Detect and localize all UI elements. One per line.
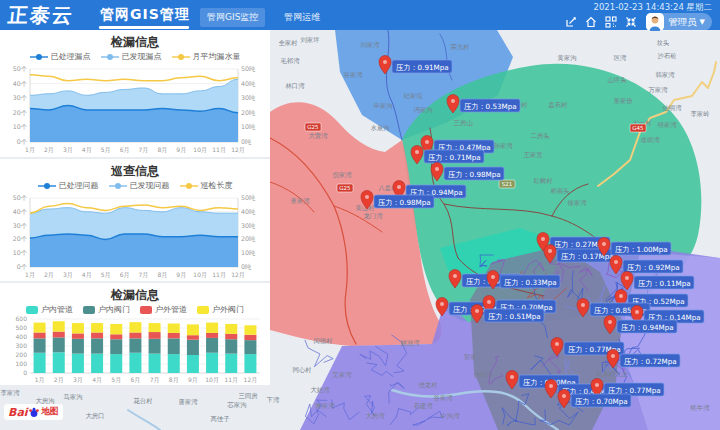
pressure-label: 压力：0.71Mpa [428,153,481,162]
legend-item[interactable]: 巡检长度 [180,180,233,191]
pressure-label: 压力：0.92Mpa [627,263,680,272]
leak-info-card: 检漏信息 已处理漏点已发现漏点月平均漏水量 0个0吨10个10吨20个20吨30… [0,30,270,157]
svg-text:9月: 9月 [188,376,198,384]
svg-text:3月: 3月 [63,271,73,279]
map-place-label: 隆家湾 [316,402,336,410]
map-place-label: 石建湾 [414,402,434,410]
legend-marker [30,53,48,61]
edit-icon[interactable] [564,16,577,29]
pressure-label: 压力：0.94Mpa [621,323,674,332]
legend-item[interactable]: 户内管道 [26,304,73,315]
leak-info-chart: 0个0吨10个10吨20个20吨30个30吨40个40吨50个50吨1月2月3月… [4,63,266,155]
map-place-label: 刘家坪 [301,36,320,43]
map-place-label: 高佳子 [211,415,231,423]
svg-text:10吨: 10吨 [241,249,256,256]
baidu-paw-icon [28,406,40,418]
map-place-label: 万家湾 [649,86,669,94]
svg-text:40吨: 40吨 [241,208,256,215]
legend-label: 户外阀门 [212,304,244,315]
fullscreen-icon[interactable] [624,16,637,29]
svg-text:5月: 5月 [101,146,111,154]
legend-item[interactable]: 已发现漏点 [101,51,162,62]
tab-gis-monitor[interactable]: 管网GIS监控 [200,8,265,27]
map-place-label: 纪家坨 [404,92,424,99]
svg-text:20个: 20个 [13,109,28,116]
svg-text:50吨: 50吨 [241,194,256,201]
map-place-label: 中沟湾 [441,412,461,420]
chevron-down-icon: ▼ [700,18,705,26]
svg-text:7月: 7月 [139,271,149,279]
map-place-label: 毛祁湾 [281,57,301,65]
qr-icon[interactable] [604,16,617,29]
legend-item[interactable]: 户外管道 [140,304,187,315]
legend-marker [101,53,119,61]
patrol-info-title: 巡查信息 [4,164,266,179]
map-place-label: 董家湾 [291,197,311,205]
svg-text:4月: 4月 [82,146,92,154]
legend-item[interactable]: 已处理问题 [38,180,99,191]
pressure-label: 压力：0.98Mpa [448,170,501,179]
legend-item[interactable]: 户内阀门 [83,304,130,315]
map-place-label: 丽池湾 [401,339,421,347]
title-underline [99,26,189,29]
svg-text:9月: 9月 [176,146,186,154]
road-badge: G25 [305,123,321,131]
username: 管理员 [668,16,697,29]
legend-label: 已处理漏点 [51,51,91,62]
svg-text:300: 300 [16,342,28,349]
patrol-info-card: 巡查信息 已处理问题已发现问题巡检长度 0个0吨10个10吨20个20吨30个3… [0,159,270,281]
svg-text:4月: 4月 [92,376,102,384]
legend-label: 巡检长度 [201,180,233,191]
map-place-label: 仙明湾 [663,104,683,112]
legend-label: 月平均漏水量 [193,51,241,62]
legend-item[interactable]: 户外阀门 [197,304,244,315]
svg-text:2月: 2月 [44,146,54,154]
svg-text:0个: 0个 [17,263,28,270]
map-place-label: 闵德村 [314,337,333,345]
pressure-label: 压力：0.98Mpa [378,198,431,207]
map-place-label: 全家村 [279,39,298,47]
legend-label: 户内管道 [41,304,73,315]
legend-label: 已发现问题 [130,180,170,191]
svg-text:500: 500 [16,324,28,331]
svg-text:30个: 30个 [13,222,28,229]
svg-text:8月: 8月 [169,376,179,384]
pressure-label: 压力：0.70Mpa [575,397,628,406]
svg-text:600: 600 [16,316,28,322]
legend-item[interactable]: 已处理漏点 [30,51,91,62]
map-place-label: 水泉沟 [371,124,390,132]
svg-text:0吨: 0吨 [241,263,252,270]
user-menu[interactable]: 管理员 ▼ [646,13,712,31]
home-icon[interactable] [584,16,597,29]
map-place-label: 刘家湾 [361,41,381,49]
legend-item[interactable]: 已发现问题 [109,180,170,191]
map-place-label: 牦牛湾 [691,404,711,412]
header-tabs: 管网GIS监控管网运维 [200,8,327,27]
map-place-label: 同心村 [293,366,312,374]
svg-text:20个: 20个 [13,235,28,242]
map-place-label: 二房头 [531,132,551,139]
svg-text:G25: G25 [339,185,351,191]
map-place-label: 区湾 [614,54,627,62]
tab-ops[interactable]: 管网运维 [277,8,327,27]
map-place-label: 盘石村 [549,101,568,109]
svg-text:8月: 8月 [157,146,167,154]
baidu-map-logo: Bai 地图 [4,404,63,420]
map-place-label: 下湾 [266,396,280,404]
svg-text:20吨: 20吨 [241,109,256,116]
svg-text:2月: 2月 [54,376,64,384]
road-badge: S21 [499,180,515,188]
map-place-label: 荣光村 [451,43,470,51]
svg-text:0个: 0个 [17,138,28,145]
svg-text:2月: 2月 [44,271,54,279]
map-place-label: 谷家湾 [343,71,364,79]
svg-text:10个: 10个 [13,123,28,130]
map-place-label: 三间房 [239,392,259,400]
leak-bar-title: 检漏信息 [4,288,266,303]
baidu-brand: Bai [8,406,28,419]
legend-marker [109,182,127,190]
pressure-label: 压力：1.00Mpa [615,245,668,254]
svg-text:200: 200 [16,351,28,358]
legend-item[interactable]: 月平均漏水量 [172,51,241,62]
svg-text:40个: 40个 [13,80,28,87]
